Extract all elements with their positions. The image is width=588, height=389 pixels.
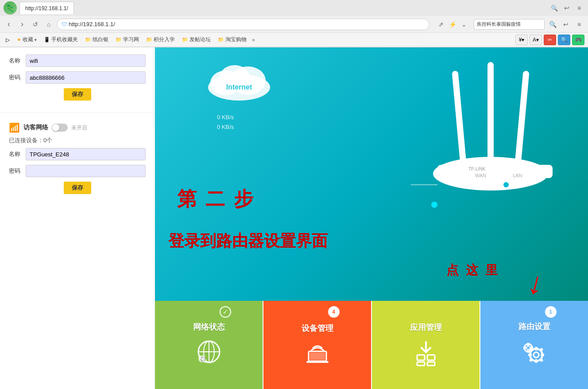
connected-info: 已连接设备：0个 (9, 136, 146, 144)
tile-router-label: 路由设置 (518, 321, 550, 332)
wifi-save-button[interactable]: 保存 (64, 88, 91, 101)
svg-rect-33 (528, 354, 532, 356)
nav-tile-app-manage[interactable]: 应用管理 (372, 301, 480, 389)
tile-device-label: 设备管理 (302, 323, 333, 334)
share-btn[interactable]: ⇗ (436, 19, 446, 30)
search-text: 疾控科长泰国躲疫情 (477, 21, 521, 27)
folder-icon3: 📁 (146, 37, 152, 43)
bookmark-label: 积分入学 (154, 36, 175, 43)
bookmark-label: 纸白银 (93, 36, 108, 43)
search-ext-btn[interactable]: 🔍 (558, 35, 570, 45)
nav-tile-router-settings[interactable]: 1 路由设置 (480, 301, 588, 389)
active-tab[interactable]: http://192.168.1.1/ (19, 2, 74, 14)
tab-title: http://192.168.1.1/ (25, 5, 68, 12)
scissors-btn[interactable]: ✂ (544, 35, 556, 45)
bookmark-study[interactable]: 📁 学习网 (114, 35, 141, 44)
nav-bar: ‹ › ↺ ⌂ 🛡 http://192.168.1.1/ ⇗ ⚡ ⌄ 疾控科长… (0, 16, 588, 33)
svg-line-5 (455, 74, 464, 171)
name-label: 名称 (9, 57, 22, 65)
svg-text:Internet: Internet (226, 83, 252, 91)
guest-name-label: 名称 (9, 150, 22, 158)
more-bookmarks[interactable]: » (252, 37, 255, 43)
svg-rect-22 (310, 353, 325, 360)
chevron-icon: ▾ (35, 38, 37, 42)
svg-rect-41 (527, 343, 530, 346)
game-btn[interactable]: 🎮 (572, 35, 584, 45)
folder-icon5: 📁 (218, 37, 224, 43)
bookmark-admission[interactable]: 📁 积分入学 (144, 35, 177, 44)
guest-toggle[interactable] (52, 124, 68, 132)
menu-btn[interactable]: ≡ (574, 3, 584, 13)
folder-icon2: 📁 (116, 37, 122, 43)
bookmark-silver[interactable]: 📁 纸白银 (83, 35, 110, 44)
browser-chrome: 🦎 http://192.168.1.1/ 🔍 ↩ ≡ ‹ › ↺ ⌂ 🛡 ht… (0, 0, 588, 47)
bookmarks-toggle[interactable]: ▷ (4, 36, 12, 44)
svg-rect-32 (535, 359, 538, 363)
guest-password-row: 密码 (9, 165, 146, 177)
device-badge: 4 (328, 306, 340, 318)
guest-save-button[interactable]: 保存 (64, 182, 91, 194)
bookmark-forum[interactable]: 📁 发帖论坛 (180, 35, 213, 44)
bottom-nav: ✓ 网络状态 💬 4 设备管理 (155, 301, 588, 389)
bookmark-label: 手机收藏夹 (51, 36, 78, 43)
wifi-section: 名称 密码 保存 (0, 47, 155, 108)
router-image: LAN WAN TP-LINK (411, 47, 561, 200)
home-btn[interactable]: ⌂ (43, 19, 54, 30)
nav-tile-network-status[interactable]: ✓ 网络状态 💬 (155, 301, 263, 389)
svg-rect-25 (417, 355, 425, 360)
svg-rect-42 (527, 350, 530, 353)
svg-rect-9 (437, 165, 553, 178)
svg-text:LAN: LAN (513, 173, 522, 178)
nav-tile-device-manage[interactable]: 4 设备管理 (263, 301, 372, 389)
menu-btn2[interactable]: ≡ (574, 19, 584, 30)
sidebar: 名称 密码 保存 📶 访客网络 未开启 已连接设备：0个 (0, 47, 155, 389)
svg-rect-44 (530, 346, 533, 349)
translate-btn[interactable]: A▾ (530, 35, 542, 45)
undo-btn[interactable]: ↩ (561, 3, 572, 13)
wifi-password-input[interactable] (26, 71, 146, 84)
svg-rect-27 (417, 362, 425, 366)
guest-name-input[interactable] (26, 148, 146, 160)
bookmark-label: 收藏 (23, 36, 33, 43)
bookmark-mobile[interactable]: 📱 手机收藏夹 (42, 35, 80, 44)
bookmark-label: 淘宝购物 (225, 36, 247, 43)
wifi-name-input[interactable] (26, 54, 146, 67)
check-badge: ✓ (220, 306, 231, 318)
wifi-icon: 📶 (9, 122, 20, 133)
router-badge: 1 (545, 306, 557, 318)
dropdown-btn[interactable]: ⌄ (459, 19, 469, 30)
svg-text:💬: 💬 (201, 357, 206, 362)
svg-point-12 (503, 182, 509, 187)
mobile-icon: 📱 (44, 37, 50, 43)
browser-search-btn[interactable]: 🔍 (547, 19, 558, 30)
cloud-svg: Internet (204, 61, 275, 101)
save-btn-row: 保存 (9, 88, 146, 101)
login-annotation: 登录到路由器设置界面 (168, 230, 328, 252)
svg-rect-43 (523, 346, 526, 349)
svg-rect-34 (541, 354, 544, 356)
back-btn[interactable]: ‹ (4, 19, 14, 30)
lightning-btn[interactable]: ⚡ (447, 19, 458, 30)
forward-btn[interactable]: › (17, 19, 27, 30)
search-sidebar-btn[interactable]: 🔍 (549, 3, 560, 13)
svg-point-30 (534, 352, 539, 358)
bookmark-label: 发帖论坛 (190, 36, 211, 43)
bookmark-favorites[interactable]: ★ 收藏 ▾ (15, 35, 39, 44)
undo-btn2[interactable]: ↩ (561, 19, 571, 30)
guest-password-input[interactable] (26, 165, 146, 177)
guest-section: 📶 访客网络 未开启 已连接设备：0个 名称 密码 保存 (0, 117, 155, 199)
bookmark-taobao[interactable]: 📁 淘宝购物 (216, 35, 248, 44)
refresh-btn[interactable]: ↺ (30, 19, 41, 30)
gear-icon (520, 339, 549, 369)
yen-icon-btn[interactable]: ¥▾ (515, 35, 528, 45)
svg-rect-23 (306, 361, 329, 363)
folder-icon4: 📁 (182, 37, 188, 43)
svg-rect-28 (427, 362, 435, 366)
svg-point-40 (526, 346, 530, 350)
browser-logo: 🦎 (4, 1, 17, 15)
star-icon: ★ (17, 37, 21, 43)
tile-network-label: 网络状态 (193, 322, 225, 332)
step-annotation: 第 二 步 (177, 186, 255, 212)
address-bar[interactable]: 🛡 http://192.168.1.1/ (57, 19, 429, 30)
search-bar[interactable]: 疾控科长泰国躲疫情 (474, 19, 545, 30)
